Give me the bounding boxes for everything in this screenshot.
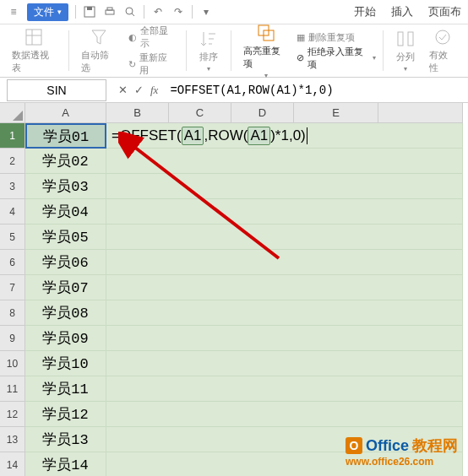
cell[interactable] <box>106 224 463 250</box>
cell[interactable] <box>106 402 463 427</box>
row-header[interactable]: 12 <box>0 402 25 427</box>
cell[interactable]: 学员10 <box>25 351 106 376</box>
select-all-corner[interactable] <box>0 103 25 123</box>
cell[interactable] <box>106 326 463 351</box>
cell[interactable] <box>106 199 463 224</box>
column-headers: A B C D E <box>0 103 468 123</box>
tab-page[interactable]: 页面布 <box>428 4 461 19</box>
name-box-value: SIN <box>46 84 66 97</box>
chevron-down-icon: ▾ <box>207 65 210 73</box>
cell[interactable]: 学员01 <box>25 123 106 149</box>
formula-bar: SIN ✕ ✓ fx <box>0 78 468 103</box>
cell[interactable] <box>106 250 463 275</box>
reject-duplicates-label: 拒绝录入重复项 <box>307 46 369 71</box>
row-header[interactable]: 3 <box>0 174 25 199</box>
accept-formula-icon[interactable]: ✓ <box>134 84 144 96</box>
cell-reference-token: A1 <box>182 127 204 145</box>
validity-icon <box>433 27 453 47</box>
save-icon[interactable] <box>83 5 96 19</box>
cell[interactable] <box>106 275 463 300</box>
cell[interactable] <box>106 376 463 402</box>
cell[interactable]: 学员02 <box>25 149 106 174</box>
cell[interactable]: 学员03 <box>25 174 106 199</box>
table-row: 10学员10 <box>0 351 468 376</box>
cell[interactable] <box>106 300 463 326</box>
cell[interactable]: 学员08 <box>25 300 106 326</box>
column-header[interactable]: C <box>169 103 231 123</box>
columns-icon <box>395 29 416 49</box>
reject-duplicates-button[interactable]: ⊘ 拒绝录入重复项 ▾ <box>297 46 376 71</box>
row-header[interactable]: 6 <box>0 250 25 275</box>
reject-duplicates-icon: ⊘ <box>297 52 304 63</box>
print-preview-icon[interactable] <box>123 5 137 19</box>
svg-rect-2 <box>106 10 114 14</box>
column-header[interactable] <box>378 103 463 123</box>
highlight-duplicates-button[interactable]: 高亮重复项 ▾ <box>238 23 293 79</box>
cell[interactable] <box>106 149 463 174</box>
row-header[interactable]: 14 <box>0 452 25 476</box>
column-header[interactable]: D <box>231 103 294 123</box>
svg-line-5 <box>132 14 134 16</box>
cell[interactable]: 学员04 <box>25 199 106 224</box>
undo-icon[interactable]: ↶ <box>151 5 165 19</box>
row-header[interactable]: 4 <box>0 199 25 224</box>
autofilter-button[interactable]: 自动筛选 <box>76 27 122 74</box>
cell[interactable]: 学员06 <box>25 250 106 275</box>
show-all-button[interactable]: ◐ 全部显示 <box>128 24 176 50</box>
svg-marker-9 <box>92 30 106 44</box>
print-icon[interactable] <box>103 5 117 19</box>
row-header[interactable]: 13 <box>0 427 25 452</box>
validity-button[interactable]: 有效性 <box>424 27 461 74</box>
funnel-icon <box>89 27 109 47</box>
formula-input[interactable] <box>163 79 468 101</box>
cell[interactable] <box>106 351 463 376</box>
tab-start[interactable]: 开始 <box>354 4 376 19</box>
filter-subgroup: ◐ 全部显示 ↻ 重新应用 <box>125 24 179 77</box>
name-box[interactable]: SIN <box>7 79 106 101</box>
cell[interactable]: 学员13 <box>25 427 106 452</box>
row-header[interactable]: 7 <box>0 275 25 300</box>
row-header[interactable]: 5 <box>0 224 25 250</box>
table-row: 2学员02 <box>0 149 468 174</box>
cell[interactable]: 学员12 <box>25 402 106 427</box>
row-header[interactable]: 9 <box>0 326 25 351</box>
cell-reference-token: A1 <box>248 127 270 145</box>
separator <box>192 5 193 19</box>
cell[interactable]: 学员14 <box>25 452 106 476</box>
svg-rect-16 <box>398 32 403 46</box>
sort-button[interactable]: 排序 ▾ <box>193 29 224 73</box>
file-menu[interactable]: 文件 ▾ <box>27 3 68 21</box>
row-header[interactable]: 8 <box>0 300 25 326</box>
chevron-down-icon: ▾ <box>264 72 268 79</box>
overflow-icon[interactable]: ▾ <box>199 5 213 19</box>
reapply-button[interactable]: ↻ 重新应用 <box>128 51 176 77</box>
redo-icon[interactable]: ↷ <box>171 5 185 19</box>
row-header[interactable]: 1 <box>0 123 25 149</box>
row-header[interactable]: 11 <box>0 376 25 402</box>
row-header[interactable]: 10 <box>0 351 25 376</box>
text-to-columns-button[interactable]: 分列 ▾ <box>390 29 421 73</box>
cell[interactable] <box>106 174 463 199</box>
row-header[interactable]: 2 <box>0 149 25 174</box>
app-menu-icon[interactable]: ≡ <box>7 5 20 19</box>
ribbon-tabs: 开始 插入 页面布 <box>354 4 461 19</box>
column-header[interactable]: B <box>106 103 169 123</box>
table-row: 5学员05 <box>0 224 468 250</box>
cell[interactable]: 学员09 <box>25 326 106 351</box>
separator <box>68 30 69 71</box>
cell[interactable]: 学员07 <box>25 275 106 300</box>
delete-duplicates-button[interactable]: ▦ 删除重复项 <box>297 31 376 44</box>
column-header[interactable]: E <box>294 103 378 123</box>
pivot-table-button[interactable]: 数据透视表 <box>7 27 62 74</box>
fx-icon[interactable]: fx <box>150 84 158 97</box>
text-to-columns-label: 分列 <box>396 51 415 63</box>
column-header[interactable]: A <box>25 103 106 123</box>
reapply-icon: ↻ <box>128 59 136 70</box>
cell-edit-overlay[interactable]: =OFFSET(A1,ROW(A1)*1,0) <box>112 124 307 148</box>
cell[interactable]: 学员11 <box>25 376 106 402</box>
cell[interactable]: 学员05 <box>25 224 106 250</box>
svg-point-18 <box>436 30 449 44</box>
formula-part: )*1,0) <box>270 127 306 144</box>
tab-insert[interactable]: 插入 <box>391 4 413 19</box>
cancel-formula-icon[interactable]: ✕ <box>118 84 128 96</box>
